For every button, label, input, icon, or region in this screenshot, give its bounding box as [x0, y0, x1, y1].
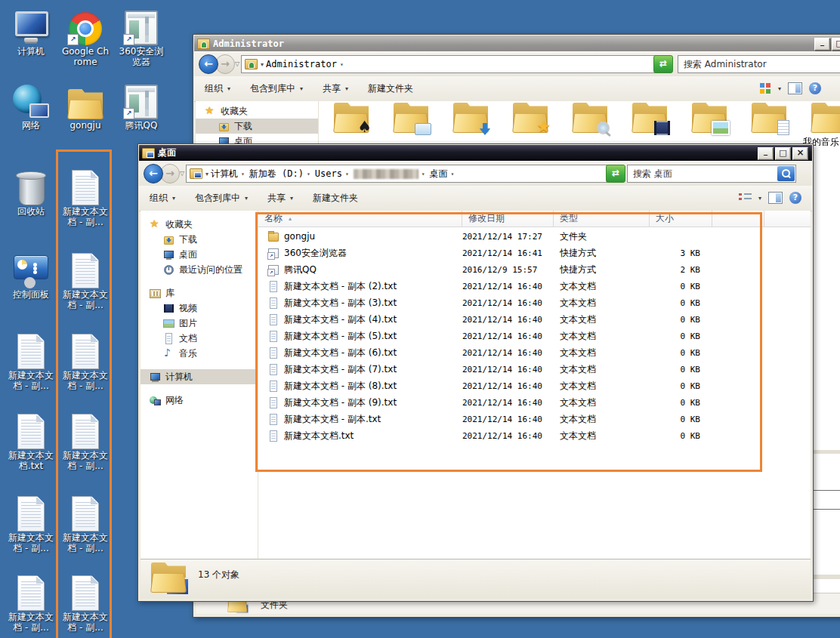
nav-item[interactable]: 计算机 [141, 369, 258, 384]
breadcrumb-segment[interactable]: 计算机 [208, 168, 247, 180]
preview-pane-icon[interactable] [788, 82, 802, 94]
close-button[interactable] [792, 147, 808, 160]
command-button[interactable]: 组织 [150, 192, 175, 205]
refresh-button[interactable] [653, 55, 673, 73]
chevron-down-icon[interactable] [340, 61, 344, 68]
nav-item[interactable]: 网络 [141, 393, 258, 408]
command-button[interactable]: 新建文件夹 [368, 82, 413, 95]
app-icon [14, 254, 48, 288]
desktop-icon[interactable]: 控制面板 [6, 249, 56, 301]
command-button[interactable]: 包含到库中 [195, 192, 248, 205]
chevron-down-icon [227, 85, 230, 92]
chevron-down-icon [290, 195, 293, 202]
folder-overlay-icon [654, 121, 670, 135]
views-dropdown-icon[interactable] [778, 85, 781, 92]
breadcrumb-segment[interactable]: Users [313, 168, 351, 180]
refresh-button[interactable] [606, 165, 625, 183]
chevron-down-icon[interactable] [307, 171, 310, 177]
minimize-button[interactable] [814, 38, 830, 51]
minimize-button[interactable] [758, 147, 774, 160]
views-icon[interactable] [739, 193, 752, 203]
nav-item[interactable]: 库 [141, 285, 258, 301]
help-icon[interactable] [789, 192, 801, 204]
chevron-down-icon[interactable] [422, 171, 425, 177]
command-button[interactable]: 组织 [205, 82, 230, 95]
user-folder-icon [197, 39, 210, 49]
command-label: 组织 [150, 192, 168, 205]
history-dropdown-icon[interactable] [235, 60, 239, 67]
desktop-icon[interactable]: gongju [60, 80, 110, 131]
desktop-screen-icon [165, 578, 190, 596]
command-button[interactable]: 共享 [267, 192, 293, 205]
back-button[interactable] [144, 164, 163, 183]
profile-folder[interactable] [751, 103, 787, 133]
profile-folder[interactable] [572, 103, 608, 133]
desktop-icon-label: 新建文本文档 - 副... [6, 533, 56, 554]
desktop-icon[interactable]: 360安全浏览器 [116, 6, 166, 68]
search-input[interactable]: 搜索 Administrator [678, 55, 840, 73]
profile-folder[interactable] [452, 103, 489, 133]
nav-item-label: 下载 [234, 120, 252, 133]
titlebar[interactable]: 桌面 [139, 145, 812, 161]
desktop-icon[interactable]: 腾讯QQ [116, 80, 166, 131]
help-icon[interactable] [809, 82, 821, 94]
profile-folder[interactable] [691, 103, 727, 133]
nav-item[interactable]: 音乐 [141, 346, 258, 361]
desktop-icon[interactable]: 新建文本文档.txt [6, 410, 56, 472]
desktop-icon[interactable]: Google Chrome [60, 6, 110, 68]
command-label: 共享 [323, 82, 341, 95]
app-icon [67, 89, 103, 119]
search-button[interactable] [777, 166, 795, 181]
titlebar[interactable]: Administrator [194, 35, 840, 51]
desktop-icon[interactable]: 新建文本文档 - 副... [6, 330, 56, 392]
breadcrumb[interactable]: 计算机 新加卷 (D:) Users [186, 165, 616, 183]
search-input[interactable]: 搜索 桌面 [627, 165, 796, 183]
command-button[interactable]: 新建文件夹 [313, 192, 358, 205]
nav-item[interactable]: 收藏夹 [196, 103, 318, 119]
nav-item[interactable]: 下载 [196, 119, 318, 134]
nav-item-icon [150, 219, 161, 230]
nav-item[interactable]: 桌面 [141, 247, 258, 262]
profile-folder[interactable] [393, 103, 429, 133]
breadcrumb-segment[interactable] [351, 168, 428, 180]
maximize-button[interactable] [832, 38, 840, 51]
desktop-icon[interactable]: 网络 [6, 80, 56, 131]
profile-folder[interactable] [512, 103, 548, 133]
views-icon[interactable] [759, 82, 771, 94]
profile-folder[interactable] [632, 103, 668, 133]
nav-item[interactable]: 视频 [141, 301, 258, 316]
breadcrumb-segment[interactable]: Administrator [264, 59, 346, 69]
nav-item-label: 库 [165, 287, 174, 300]
breadcrumb-segment[interactable]: 新加卷 (D:) [247, 168, 313, 180]
nav-item[interactable]: 文档 [141, 331, 258, 346]
breadcrumb-segment[interactable]: 桌面 [428, 168, 457, 180]
nav-item-icon [218, 121, 230, 132]
chevron-down-icon[interactable] [451, 171, 455, 177]
profile-folder[interactable] [811, 103, 840, 133]
profile-folder[interactable] [333, 103, 369, 133]
desktop-icon[interactable]: 新建文本文档 - 副... [6, 572, 56, 633]
maximize-button[interactable] [775, 147, 791, 160]
history-dropdown-icon[interactable] [180, 170, 184, 177]
nav-item-icon [150, 371, 161, 383]
nav-item[interactable]: 最近访问的位置 [141, 262, 258, 277]
folder-overlay-icon [597, 122, 610, 135]
command-label: 包含到库中 [250, 82, 295, 95]
nav-item[interactable]: 收藏夹 [141, 217, 258, 232]
desktop-icon-image [6, 80, 56, 119]
breadcrumb[interactable]: Administrator [241, 55, 661, 73]
chevron-down-icon[interactable] [345, 171, 349, 177]
command-button[interactable]: 包含到库中 [250, 82, 303, 95]
nav-item[interactable]: 下载 [141, 232, 258, 247]
command-button[interactable]: 共享 [323, 82, 348, 95]
desktop-icon-label: 计算机 [6, 47, 56, 57]
back-button[interactable] [199, 54, 218, 74]
nav-item[interactable]: 图片 [141, 316, 258, 331]
desktop-icon[interactable]: 回收站 [6, 166, 56, 217]
location-icon [245, 59, 258, 69]
desktop-icon[interactable]: 新建文本文档 - 副... [6, 492, 56, 554]
views-dropdown-icon[interactable] [758, 195, 761, 202]
desktop-icon[interactable]: 计算机 [6, 6, 56, 57]
preview-pane-icon[interactable] [768, 192, 783, 204]
chevron-down-icon[interactable] [241, 171, 245, 177]
